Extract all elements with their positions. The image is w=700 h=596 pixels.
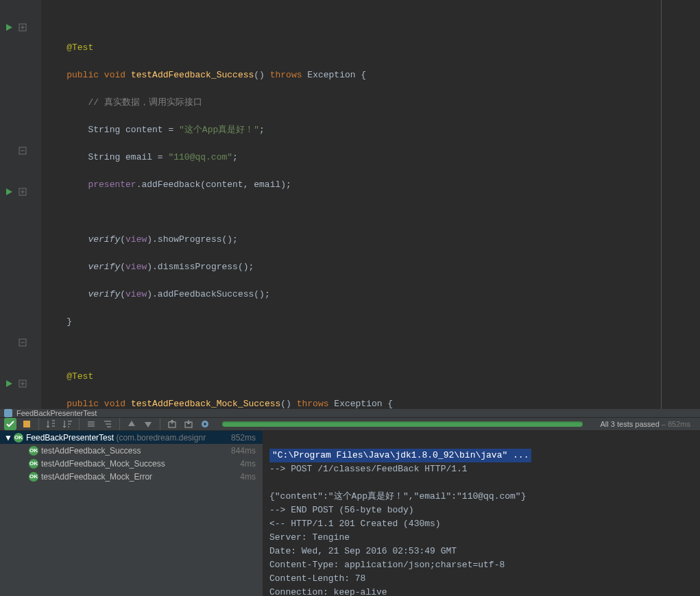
run-tab-header[interactable]: FeedBackPresenterTest: [0, 409, 700, 418]
svg-rect-5: [23, 421, 30, 427]
fold-icon[interactable]: [18, 146, 27, 156]
code-editor[interactable]: @Test public void testAddFeedback_Succes…: [0, 0, 700, 409]
test-tree-root[interactable]: ▼ OK FeedBackPresenterTest (com.boredrea…: [0, 431, 263, 444]
editor-gutter: [0, 0, 41, 409]
run-test-icon[interactable]: [4, 187, 14, 197]
fold-icon[interactable]: [18, 23, 27, 32]
export-results-icon[interactable]: [166, 418, 178, 430]
settings-icon[interactable]: [199, 418, 211, 430]
fold-icon[interactable]: [18, 187, 27, 197]
sort-alpha-icon[interactable]: [45, 418, 57, 430]
expand-icon[interactable]: ▼: [4, 433, 11, 443]
run-test-icon[interactable]: [4, 379, 14, 388]
svg-point-9: [204, 423, 206, 425]
test-tree-item[interactable]: OK testAddFeedback_Mock_Success 4ms: [0, 457, 263, 470]
collapse-all-icon[interactable]: [85, 418, 97, 430]
test-tree-item[interactable]: OK testAddFeedback_Mock_Error 4ms: [0, 470, 263, 483]
run-test-icon[interactable]: [4, 23, 14, 32]
import-results-icon[interactable]: [182, 418, 195, 430]
pass-badge-icon: OK: [29, 459, 38, 469]
show-passed-toggle[interactable]: [4, 418, 16, 430]
test-tree[interactable]: ▼ OK FeedBackPresenterTest (com.boredrea…: [0, 431, 263, 596]
sort-duration-icon[interactable]: [61, 418, 73, 430]
test-toolbar: All 3 tests passed – 852ms: [0, 418, 700, 431]
pass-badge-icon: OK: [29, 446, 38, 456]
console-output[interactable]: "C:\Program Files\Java\jdk1.8.0_92\bin\j…: [263, 431, 700, 596]
pass-badge-icon: OK: [29, 472, 38, 482]
prev-fail-icon[interactable]: [125, 418, 138, 430]
next-fail-icon[interactable]: [142, 418, 154, 430]
test-status-text: All 3 tests passed – 852ms: [601, 420, 690, 428]
right-margin: [661, 0, 700, 409]
test-tree-item[interactable]: OK testAddFeedback_Success 844ms: [0, 444, 263, 457]
pass-badge-icon: OK: [14, 433, 23, 443]
code-content[interactable]: @Test public void testAddFeedback_Succes…: [41, 0, 661, 409]
run-tab-title: FeedBackPresenterTest: [16, 409, 97, 417]
show-ignored-toggle[interactable]: [21, 418, 33, 430]
fold-icon[interactable]: [18, 338, 27, 347]
fold-icon[interactable]: [18, 379, 27, 388]
run-tab-icon: [4, 409, 12, 417]
expand-all-icon[interactable]: [101, 418, 114, 430]
test-progress-bar: [222, 421, 583, 427]
